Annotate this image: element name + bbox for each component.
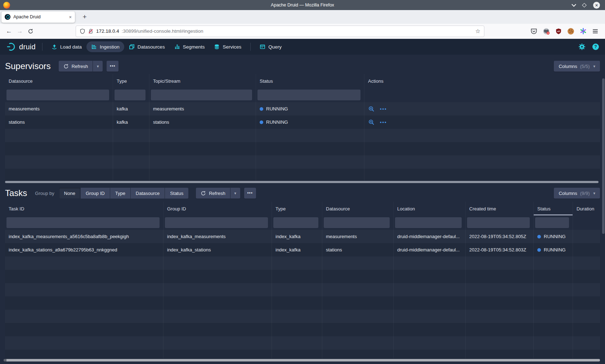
row-more-icon[interactable]: •••	[380, 119, 387, 125]
back-button[interactable]: ←	[4, 26, 14, 37]
column-header-location[interactable]: Location	[394, 202, 466, 215]
extension-mask-icon[interactable]	[543, 28, 550, 35]
reload-button[interactable]	[25, 26, 36, 37]
cookie-icon[interactable]	[567, 28, 574, 35]
window-minimize-icon[interactable]	[572, 2, 576, 7]
nav-item-services[interactable]: Services	[209, 41, 246, 52]
supervisors-refresh-caret-button[interactable]: ▾	[93, 61, 103, 72]
tasks-refresh-button[interactable]: Refresh	[196, 188, 230, 199]
column-header-datasource[interactable]: Datasource	[5, 74, 113, 88]
window-title: Apache Druid — Mozilla Firefox	[0, 3, 605, 8]
column-header-created-time[interactable]: Created time	[466, 202, 534, 215]
column-header-datasource[interactable]: Datasource	[322, 202, 394, 215]
bookmark-star-icon[interactable]: ☆	[475, 28, 480, 35]
column-header-duration[interactable]: Duration	[573, 202, 600, 215]
nav-item-ingestion[interactable]: Ingestion	[86, 41, 124, 52]
stacked-panels-icon	[129, 44, 135, 50]
gear-icon[interactable]	[578, 43, 586, 50]
column-header-status-sorted[interactable]: Status	[534, 202, 573, 215]
supervisors-columns-button[interactable]: Columns (5/5) ▾	[554, 61, 600, 72]
tasks-columns-button[interactable]: Columns (9/9) ▾	[554, 188, 600, 199]
empty-row	[5, 142, 600, 155]
svg-text:uO: uO	[557, 30, 560, 32]
help-icon[interactable]: ?	[592, 43, 599, 50]
filter-group-id-input[interactable]	[165, 217, 268, 228]
filter-status-input[interactable]	[257, 90, 360, 100]
window-close-icon[interactable]: ×	[593, 2, 600, 9]
column-header-group-id[interactable]: Group ID	[163, 202, 272, 215]
firefox-logo-icon	[3, 2, 10, 9]
horizontal-scrollbar[interactable]	[4, 359, 600, 361]
empty-row	[5, 283, 600, 296]
magnifier-details-icon[interactable]	[368, 106, 375, 112]
filter-type-input[interactable]	[115, 90, 145, 100]
row-more-icon[interactable]: •••	[380, 106, 387, 112]
column-header-topic-stream[interactable]: Topic/Stream	[149, 74, 256, 88]
table-row[interactable]: index_kafka_stations_a9a679b22795b63_nnk…	[5, 243, 600, 256]
table-row[interactable]: index_kafka_measurements_a5616c5ba8afb8b…	[5, 230, 600, 243]
filter-status-input[interactable]	[535, 217, 569, 228]
browser-tab[interactable]: Apache Druid ×	[1, 12, 75, 23]
window-maximize-icon[interactable]	[582, 3, 587, 8]
group-by-status-button[interactable]: Status	[165, 188, 188, 199]
nav-item-datasources[interactable]: Datasources	[124, 41, 170, 52]
filter-datasource-input[interactable]	[6, 90, 109, 100]
tasks-table: Task ID Group ID Type Datasource Locatio…	[5, 202, 600, 359]
druid-favicon-icon	[5, 14, 10, 20]
nav-item-query[interactable]: Query	[255, 41, 286, 52]
url-bar[interactable]: 172.18.0.4:30899/unified-console.html#in…	[76, 26, 484, 37]
table-row[interactable]: stations kafka stations RUNNING •••	[5, 115, 600, 129]
ublock-shield-icon[interactable]: uO	[555, 28, 562, 35]
new-tab-button[interactable]: +	[79, 12, 90, 22]
supervisors-refresh-button[interactable]: Refresh	[59, 61, 93, 72]
columns-count: (9/9)	[580, 191, 590, 196]
gantt-chart-icon	[91, 44, 97, 50]
cell-duration	[573, 243, 600, 256]
group-by-datasource-button[interactable]: Datasource	[131, 188, 165, 199]
filter-topic-input[interactable]	[151, 90, 252, 100]
filter-task-id-input[interactable]	[6, 217, 160, 228]
druid-brand[interactable]: druid	[6, 41, 36, 52]
column-header-status[interactable]: Status	[256, 74, 364, 88]
status-dot	[260, 120, 263, 124]
tracking-shield-icon[interactable]	[80, 28, 85, 34]
pocket-icon[interactable]	[530, 28, 537, 35]
insecure-lock-icon[interactable]	[88, 28, 94, 34]
horizontal-scrollbar[interactable]	[5, 181, 599, 183]
magnifier-details-icon[interactable]	[368, 119, 375, 126]
columns-count: (5/5)	[580, 64, 590, 69]
column-header-type[interactable]: Type	[113, 74, 149, 88]
empty-row	[5, 336, 600, 350]
vertical-scrollbar[interactable]	[602, 78, 605, 234]
column-header-task-id[interactable]: Task ID	[5, 202, 163, 215]
group-by-type-button[interactable]: Type	[110, 188, 130, 199]
nav-item-segments[interactable]: Segments	[170, 41, 210, 52]
tasks-rows: index_kafka_measurements_a5616c5ba8afb8b…	[5, 230, 600, 359]
nav-item-load-data[interactable]: Load data	[47, 41, 86, 52]
filter-type-input[interactable]	[273, 217, 318, 228]
group-by-none-button[interactable]: None	[59, 188, 80, 199]
tasks-title: Tasks	[5, 188, 27, 198]
tasks-more-button[interactable]: •••	[244, 188, 256, 199]
cell-type: index_kafka	[272, 230, 322, 243]
colorful-asterisk-extension-icon[interactable]	[580, 28, 587, 35]
filter-location-input[interactable]	[395, 217, 462, 228]
filter-datasource-input[interactable]	[324, 217, 390, 228]
forward-button[interactable]: →	[14, 26, 25, 37]
group-by-group-id-button[interactable]: Group ID	[81, 188, 110, 199]
tab-close-icon[interactable]: ×	[69, 14, 72, 20]
nav-item-label: Segments	[183, 44, 205, 50]
group-by-label: Group by	[35, 191, 54, 196]
cell-topic: stations	[149, 115, 256, 129]
console-content: Supervisors Refresh ▾ ••• Columns (5/5) …	[0, 55, 605, 364]
cell-datasource: stations	[5, 115, 113, 129]
column-header-type[interactable]: Type	[272, 202, 322, 215]
nav-item-label: Query	[268, 44, 282, 50]
nav-item-label: Load data	[60, 44, 82, 50]
table-row[interactable]: measurements kafka measurements RUNNING …	[5, 102, 600, 115]
tasks-refresh-caret-button[interactable]: ▾	[230, 188, 240, 199]
filter-created-time-input[interactable]	[467, 217, 530, 228]
cell-type: kafka	[113, 115, 149, 129]
hamburger-menu-icon[interactable]	[592, 28, 599, 35]
supervisors-more-button[interactable]: •••	[107, 61, 118, 72]
